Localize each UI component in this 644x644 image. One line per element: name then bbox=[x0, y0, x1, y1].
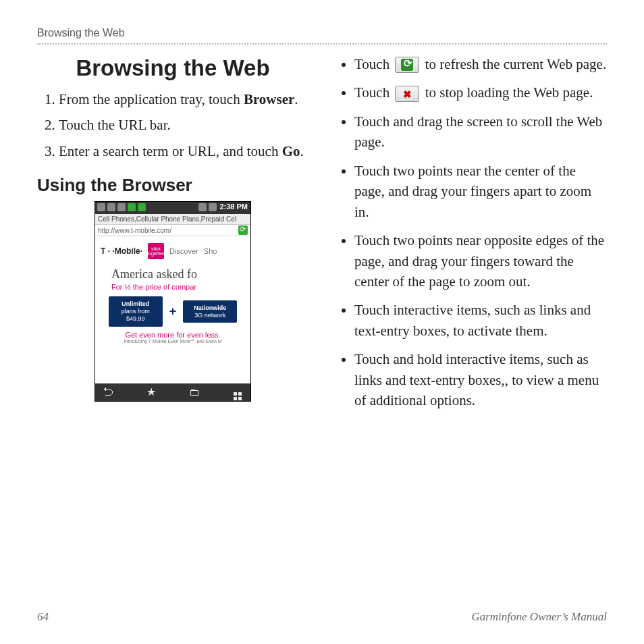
step-1-text-a: From the application tray, touch bbox=[59, 91, 244, 107]
status-icons-left bbox=[97, 203, 146, 211]
tip-stop: Touch to stop loading the Web page. bbox=[354, 82, 607, 103]
step-3-text-c: . bbox=[300, 143, 303, 159]
status-icons-right bbox=[198, 203, 217, 211]
signal-icon bbox=[198, 203, 207, 211]
plan-3g-title: Nationwide bbox=[186, 304, 234, 312]
plan-unlimited-title: Unlimited bbox=[111, 300, 160, 308]
apps-icon[interactable] bbox=[230, 386, 245, 398]
status-icon bbox=[107, 203, 115, 211]
tip-stop-a: Touch bbox=[354, 84, 393, 101]
phone-bottom-bar: ⮌ ★ 🗀 bbox=[95, 383, 250, 401]
plus-icon: + bbox=[169, 304, 177, 319]
page-footer: 64 Garminfone Owner’s Manual bbox=[37, 610, 607, 624]
tip-hold-item: Touch and hold interactive items, such a… bbox=[354, 349, 607, 410]
step-1-text-c: . bbox=[294, 91, 298, 107]
plan-row: Unlimited plans from $49.99 + Nationwide… bbox=[95, 296, 250, 330]
site-headline: America asked fo bbox=[95, 263, 250, 281]
status-time: 2:38 PM bbox=[219, 203, 248, 211]
folder-icon[interactable]: 🗀 bbox=[187, 386, 202, 398]
right-column: Touch to refresh the current Web page. T… bbox=[336, 54, 607, 419]
step-2: Touch the URL bar. bbox=[59, 115, 308, 135]
phone-status-bar: 2:38 PM bbox=[95, 202, 250, 214]
phone-url-text: http://www.t-mobile.com/ bbox=[98, 227, 236, 234]
site-logo: T · ·Mobile· bbox=[101, 246, 142, 256]
tips-list: Touch to refresh the current Web page. T… bbox=[336, 54, 607, 411]
page-number: 64 bbox=[37, 610, 49, 624]
refresh-icon bbox=[395, 57, 419, 73]
site-nav: T · ·Mobile· stick together Discover Sho bbox=[95, 236, 250, 263]
step-3-bold: Go bbox=[282, 143, 300, 159]
site-tagline-box: stick together bbox=[148, 243, 164, 259]
step-3: Enter a search term or URL, and touch Go… bbox=[59, 141, 308, 161]
manual-title: Garminfone Owner’s Manual bbox=[471, 610, 607, 624]
star-icon[interactable]: ★ bbox=[144, 386, 159, 398]
tip-touch-item: Touch interactive items, such as links a… bbox=[354, 300, 607, 341]
tip-refresh: Touch to refresh the current Web page. bbox=[354, 54, 607, 74]
battery-icon bbox=[209, 203, 217, 211]
tip-scroll: Touch and drag the screen to scroll the … bbox=[354, 111, 607, 153]
back-icon[interactable]: ⮌ bbox=[101, 386, 115, 398]
tip-refresh-a: Touch bbox=[354, 56, 393, 72]
subheading-using-browser: Using the Browser bbox=[37, 175, 308, 196]
phone-url-bar[interactable]: http://www.t-mobile.com/ bbox=[95, 225, 250, 236]
site-subline: For ½ the price of compar bbox=[95, 281, 250, 296]
running-head: Browsing the Web bbox=[37, 27, 607, 45]
plan-unlimited-sub: plans from $49.99 bbox=[122, 308, 150, 322]
plan-3g: Nationwide 3G network bbox=[183, 300, 237, 323]
step-1-bold: Browser bbox=[244, 91, 294, 107]
tip-zoom-in: Touch two points near the center of the … bbox=[354, 161, 607, 222]
tip-stop-b: to stop loading the Web page. bbox=[421, 84, 593, 101]
steps-list: From the application tray, touch Browser… bbox=[37, 89, 308, 161]
left-column: Browsing the Web From the application tr… bbox=[37, 54, 308, 419]
tip-zoom-out: Touch two points near opposite edges of … bbox=[354, 230, 607, 292]
site-tiny-line: Introducing T-Mobile Even More℠ and Even… bbox=[95, 339, 250, 344]
plan-3g-sub: 3G network bbox=[194, 312, 225, 319]
nav-discover: Discover bbox=[169, 247, 198, 255]
step-3-text-a: Enter a search term or URL, and touch bbox=[59, 143, 282, 159]
phone-refresh-icon[interactable] bbox=[238, 225, 248, 235]
nav-shop: Sho bbox=[204, 247, 217, 255]
phone-screenshot: 2:38 PM Cell Phones,Cellular Phone Plans… bbox=[95, 201, 251, 402]
step-1: From the application tray, touch Browser… bbox=[59, 89, 308, 109]
stop-icon bbox=[395, 86, 419, 102]
status-icon bbox=[97, 203, 105, 211]
page-title: Browsing the Web bbox=[37, 55, 308, 81]
status-icon bbox=[128, 203, 136, 211]
phone-page-title: Cell Phones,Cellular Phone Plans,Prepaid… bbox=[95, 214, 250, 225]
tip-refresh-b: to refresh the current Web page. bbox=[421, 56, 606, 72]
status-icon bbox=[138, 203, 146, 211]
status-icon bbox=[117, 203, 126, 211]
site-more-line: Get even more for even less. bbox=[95, 331, 250, 339]
plan-unlimited: Unlimited plans from $49.99 bbox=[109, 296, 163, 326]
phone-web-content: T · ·Mobile· stick together Discover Sho… bbox=[95, 236, 250, 383]
